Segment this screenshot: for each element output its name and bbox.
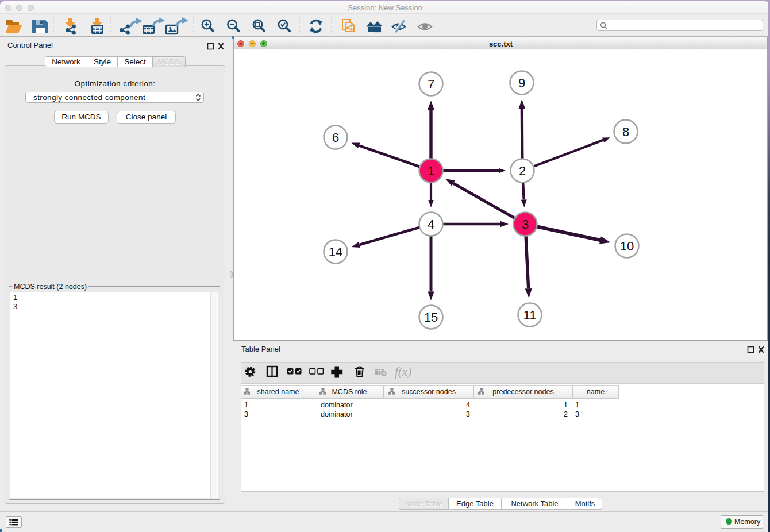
- svg-text:6: 6: [332, 130, 339, 145]
- svg-text:7: 7: [428, 77, 434, 91]
- svg-text:1: 1: [428, 164, 434, 178]
- svg-text:f(x): f(x): [395, 365, 411, 379]
- svg-text:3: 3: [522, 217, 529, 232]
- svg-text:10: 10: [620, 239, 634, 253]
- svg-text:9: 9: [518, 76, 525, 90]
- svg-text:11: 11: [523, 308, 537, 322]
- svg-text:15: 15: [424, 310, 438, 325]
- svg-text:8: 8: [622, 125, 629, 139]
- svg-text:4: 4: [428, 217, 434, 232]
- svg-text:14: 14: [329, 245, 342, 259]
- svg-text:2: 2: [519, 164, 526, 178]
